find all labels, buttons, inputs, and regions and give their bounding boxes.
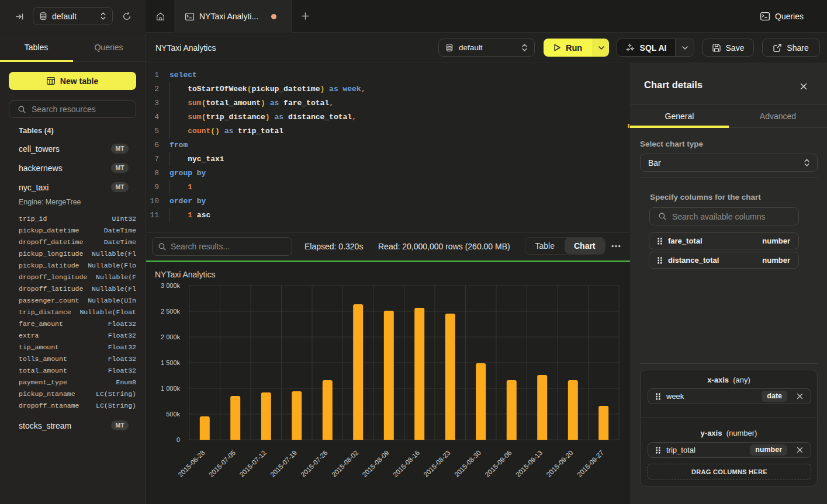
- svg-text:0: 0: [177, 436, 180, 443]
- svg-text:2 000k: 2 000k: [161, 333, 181, 340]
- svg-text:2015-07-05: 2015-07-05: [207, 449, 237, 478]
- svg-text:2015-09-13: 2015-09-13: [514, 449, 544, 478]
- svg-text:2015-08-16: 2015-08-16: [392, 449, 421, 478]
- svg-text:2015-08-02: 2015-08-02: [330, 449, 359, 478]
- svg-text:2015-09-20: 2015-09-20: [545, 449, 575, 478]
- svg-text:2015-07-12: 2015-07-12: [238, 449, 268, 478]
- svg-text:2015-08-09: 2015-08-09: [361, 449, 390, 478]
- svg-text:2 500k: 2 500k: [161, 308, 181, 315]
- svg-text:2015-07-19: 2015-07-19: [269, 449, 298, 478]
- svg-text:2015-07-26: 2015-07-26: [300, 449, 329, 478]
- svg-text:NYTaxi Analytics: NYTaxi Analytics: [155, 270, 215, 279]
- svg-text:2015-08-23: 2015-08-23: [423, 449, 452, 478]
- svg-text:2015-08-30: 2015-08-30: [453, 449, 482, 478]
- svg-text:3 000k: 3 000k: [161, 282, 181, 289]
- svg-text:1 500k: 1 500k: [161, 359, 181, 366]
- svg-text:1 000k: 1 000k: [161, 385, 181, 392]
- svg-text:2015-09-06: 2015-09-06: [484, 449, 513, 478]
- svg-text:2015-09-27: 2015-09-27: [576, 449, 605, 478]
- svg-text:2015-06-28: 2015-06-28: [177, 449, 206, 478]
- svg-text:500k: 500k: [166, 411, 180, 418]
